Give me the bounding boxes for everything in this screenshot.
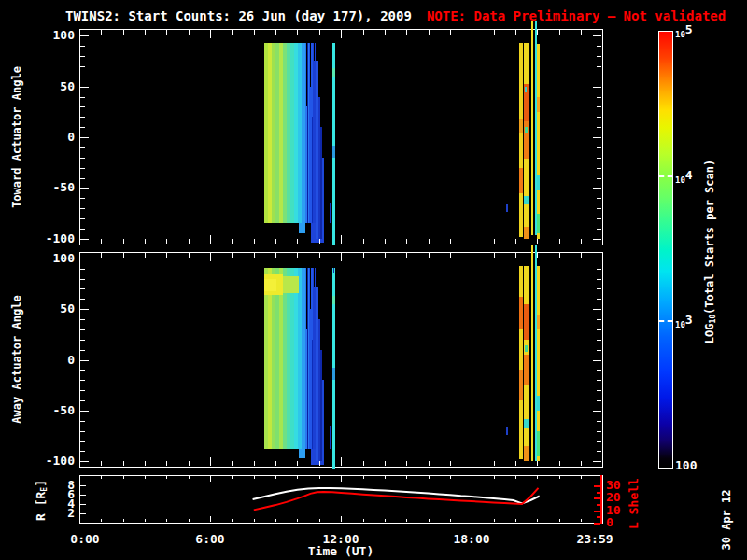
- orbit-curves: [0, 0, 747, 560]
- plot-page: TWINS2: Start Counts: 26 Jun (day 177), …: [0, 0, 747, 560]
